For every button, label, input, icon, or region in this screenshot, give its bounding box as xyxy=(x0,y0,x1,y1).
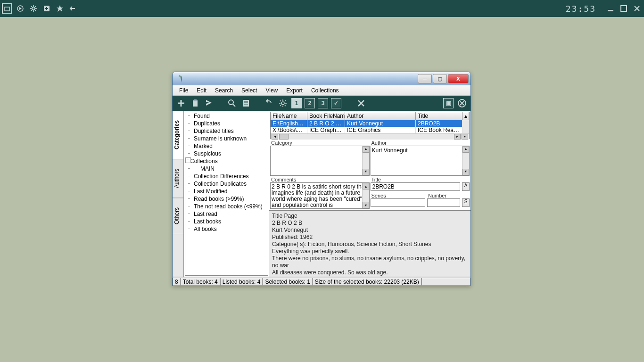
fullscreen-icon[interactable]: ▣ xyxy=(443,98,454,108)
preview-line: Death, barring accidents, was an adventu… xyxy=(272,276,468,277)
number-input[interactable] xyxy=(427,198,460,207)
settings-icon[interactable] xyxy=(277,98,289,109)
grid-scrollbar[interactable]: ◂ ▸ ▾ xyxy=(271,133,469,140)
scroll-right-icon[interactable]: ▸ xyxy=(454,134,461,140)
menu-select[interactable]: Select xyxy=(238,86,261,95)
tab-others[interactable]: Others xyxy=(173,198,183,234)
status-seg: 8 xyxy=(173,278,181,286)
add-icon[interactable] xyxy=(175,98,187,109)
menu-search[interactable]: Search xyxy=(211,86,237,95)
taskbar-app-icon[interactable] xyxy=(2,3,12,14)
title-input[interactable] xyxy=(371,182,461,191)
menu-bar: File Edit Search Select View Export Coll… xyxy=(173,85,471,96)
scroll-down-icon[interactable]: ▾ xyxy=(363,169,369,175)
scroll-thumb[interactable] xyxy=(279,134,289,140)
close-icon[interactable] xyxy=(632,3,642,14)
scroll-up-icon[interactable]: ▴ xyxy=(462,112,469,120)
window-maximize-button[interactable]: ▢ xyxy=(433,74,447,83)
side-tabs: Categories Authors Others xyxy=(173,111,184,277)
tree-item[interactable]: Last books xyxy=(185,218,268,225)
window-titlebar[interactable]: ─ ▢ X xyxy=(173,72,471,85)
taskbar-clock: 23:53 xyxy=(566,4,596,14)
tree-item[interactable]: Last Modified xyxy=(185,188,268,195)
tree-item[interactable]: Read books (>99%) xyxy=(185,195,268,203)
view-2-button[interactable]: 2 xyxy=(305,98,315,108)
a-button[interactable]: A xyxy=(462,182,470,191)
preview-line: Published: 1962 xyxy=(272,234,468,241)
category-tree[interactable]: Found Duplicates Duplicated titles Surna… xyxy=(185,112,268,276)
window-minimize-button[interactable]: ─ xyxy=(418,74,432,83)
tree-item[interactable]: Duplicated titles xyxy=(185,127,268,135)
play-icon[interactable] xyxy=(15,3,25,14)
tree-item[interactable]: Collection Duplicates xyxy=(185,180,268,188)
tree-item[interactable]: Marked xyxy=(185,142,268,150)
tab-categories[interactable]: Categories xyxy=(173,111,183,159)
menu-edit[interactable]: Edit xyxy=(193,86,210,95)
list-icon[interactable] xyxy=(240,98,252,109)
maximize-icon[interactable] xyxy=(619,3,629,14)
tree-item[interactable]: Duplicates xyxy=(185,120,268,127)
status-listed: Listed books: 4 xyxy=(220,278,263,286)
tree-item[interactable]: Suspicious xyxy=(185,150,268,157)
status-selected: Selected books: 1 xyxy=(263,278,312,286)
window-close-button[interactable]: X xyxy=(448,74,469,83)
tree-item[interactable]: Collection Differences xyxy=(185,173,268,180)
title-label: Title xyxy=(371,177,461,182)
preview-line: Everything was perfectly swell. xyxy=(272,248,468,255)
undo-icon[interactable] xyxy=(263,98,274,109)
check-button[interactable]: ✓ xyxy=(331,98,341,108)
scroll-up-icon[interactable]: ▴ xyxy=(462,146,469,153)
minimize-icon[interactable] xyxy=(605,3,616,14)
scroll-down-icon[interactable]: ▾ xyxy=(363,202,369,208)
scroll-down-icon[interactable]: ▾ xyxy=(462,134,468,140)
tab-authors[interactable]: Authors xyxy=(173,159,183,198)
table-row[interactable]: X:\Books\Ma... ICE Graphics... ICE Graph… xyxy=(271,127,469,133)
svg-marker-2 xyxy=(19,7,22,10)
search-icon[interactable] xyxy=(226,98,238,109)
series-label: Series xyxy=(371,193,426,198)
col-filename[interactable]: FileName xyxy=(271,112,307,120)
menu-file[interactable]: File xyxy=(175,86,192,95)
tree-item[interactable]: The not read books (<99%) xyxy=(185,203,268,210)
menu-collections[interactable]: Collections xyxy=(307,86,343,95)
preview-line: 2 B R O 2 B xyxy=(272,220,468,227)
col-title[interactable]: Title xyxy=(416,112,462,120)
gear-icon[interactable] xyxy=(28,3,39,14)
add-note-icon[interactable] xyxy=(41,3,52,14)
book-grid: FileName Book FileName Author Title ▴ E:… xyxy=(270,112,470,139)
scroll-up-icon[interactable]: ▴ xyxy=(363,146,369,153)
tree-item-main[interactable]: MAIN xyxy=(185,165,268,173)
preview-line: All diseases were conquered. So was old … xyxy=(272,269,468,276)
toolbar-close-icon[interactable] xyxy=(456,98,468,109)
scroll-up-icon[interactable]: ▴ xyxy=(363,183,369,189)
tree-item[interactable]: Surname is unknown xyxy=(185,135,268,142)
col-author[interactable]: Author xyxy=(345,112,416,120)
scroll-left-icon[interactable]: ◂ xyxy=(272,134,278,140)
share-icon[interactable] xyxy=(204,98,215,109)
comments-field[interactable]: 2 B R 0 2 B is a satiric short story tha… xyxy=(270,182,370,209)
toolbar: 1 2 3 ✓ ▣ xyxy=(173,96,471,111)
col-bookfilename[interactable]: Book FileName xyxy=(307,112,345,120)
table-row[interactable]: E:\English bo... 2 B R O 2 B - ... Kurt … xyxy=(271,120,469,127)
menu-view[interactable]: View xyxy=(262,86,281,95)
delete-icon[interactable] xyxy=(355,98,367,109)
paste-icon[interactable] xyxy=(190,98,201,109)
author-field[interactable]: Kurt Vonnegut ▴▾ xyxy=(371,146,470,176)
tree-item[interactable]: Found xyxy=(185,112,268,120)
svg-point-12 xyxy=(281,102,284,105)
series-input[interactable] xyxy=(371,198,426,207)
back-arrow-icon[interactable] xyxy=(68,3,78,14)
s-button[interactable]: S xyxy=(462,198,470,207)
star-icon[interactable] xyxy=(55,3,65,14)
view-3-button[interactable]: 3 xyxy=(318,98,328,108)
view-1-button[interactable]: 1 xyxy=(291,98,302,108)
tree-item[interactable]: All books xyxy=(185,225,268,233)
svg-rect-0 xyxy=(5,7,9,11)
tree-item-collections[interactable]: Collections xyxy=(185,157,268,165)
tree-item[interactable]: Last read xyxy=(185,210,268,218)
scroll-down-icon[interactable]: ▾ xyxy=(462,169,469,175)
category-field[interactable]: ▴▾ xyxy=(270,146,370,176)
menu-export[interactable]: Export xyxy=(282,86,306,95)
status-size: Size of the selected books: 22203 (22KB) xyxy=(313,278,421,286)
book-preview: Title Page 2 B R O 2 B Kurt Vonnegut Pub… xyxy=(269,210,471,277)
